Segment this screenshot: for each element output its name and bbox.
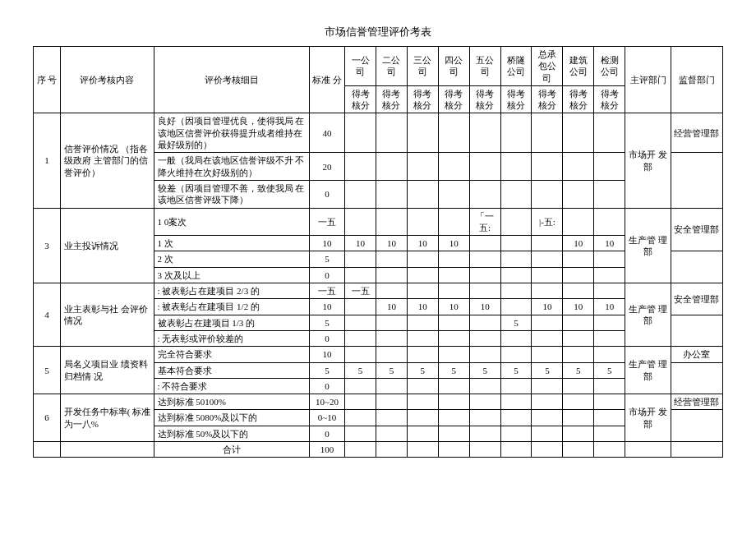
cell-std: 0 bbox=[310, 330, 345, 346]
header-row-1: 序 号 评价考核内容 评价考核细目 标准 分 一公司 二公司 三公司 四公 司 … bbox=[34, 47, 723, 86]
cell-super: 安全管理部 bbox=[671, 208, 722, 251]
cell-val: 一五 bbox=[345, 283, 376, 299]
cell-super: 安全管理部 bbox=[671, 283, 722, 315]
cell-detail: 3 次及以上 bbox=[154, 267, 310, 283]
cell-std: 5 bbox=[310, 362, 345, 378]
cell-std: 5 bbox=[310, 251, 345, 267]
cell-detail: : 不符合要求 bbox=[154, 378, 310, 394]
cell-dept: 生产管 理部 bbox=[625, 347, 671, 394]
cell-super: 办公室 bbox=[671, 347, 722, 362]
cell-val: 5 bbox=[469, 362, 500, 378]
cell-num: 4 bbox=[34, 283, 61, 347]
cell-val: 5 bbox=[532, 362, 563, 378]
cell-val: 10 bbox=[345, 236, 376, 251]
table-row: 6 开发任务中标率( 标准为一八% 达到标准 50100% 10~20 市场开 … bbox=[34, 394, 723, 410]
cell-detail: 较差（因项目管理不善，致使我局 在该地区信誉评级下降） bbox=[154, 180, 310, 208]
h-score: 得考核分 bbox=[438, 85, 469, 113]
cell-val: 10 bbox=[376, 299, 407, 315]
cell-val: 「一五: bbox=[469, 208, 500, 236]
cell-super: 经营管理部 bbox=[671, 113, 722, 153]
cell-val: 10 bbox=[469, 299, 500, 315]
cell-dept: 市场开 发部 bbox=[625, 113, 671, 208]
cell-val: 10 bbox=[407, 299, 438, 315]
cell-std: 一五 bbox=[310, 283, 345, 299]
cell-detail: 达到标准 5080%及以下的 bbox=[154, 410, 310, 426]
h-co-1: 一公司 bbox=[345, 47, 376, 86]
h-co-3: 三公司 bbox=[407, 47, 438, 86]
cell-std: 10 bbox=[310, 347, 345, 362]
cell-std: 0 bbox=[310, 180, 345, 208]
h-detail: 评价考核细目 bbox=[154, 47, 310, 113]
table-row: 4 业主表彰与社 会评价情况 : 被表彰占在建项目 2/3 的 一五 一五 生产… bbox=[34, 283, 723, 299]
table-row: 1 信誉评价情况 （指各级政府 主管部门的信 誉评价） 良好（因项目管理优良，使… bbox=[34, 113, 723, 153]
cell-num: 6 bbox=[34, 394, 61, 442]
cell-num: 5 bbox=[34, 347, 61, 394]
h-score: 得考核分 bbox=[594, 85, 625, 113]
cell-detail: 达到标准 50%及以下的 bbox=[154, 426, 310, 441]
cell-val: 10 bbox=[532, 299, 563, 315]
cell-detail: 基本符合要求 bbox=[154, 362, 310, 378]
cell-detail: 1 次 bbox=[154, 236, 310, 251]
cell-std: 0~10 bbox=[310, 410, 345, 426]
cell-super: 经营管理部 bbox=[671, 394, 722, 410]
cell-detail: : 无表彰或评价较差的 bbox=[154, 330, 310, 346]
h-co-6: 桥隧 公司 bbox=[500, 47, 532, 86]
cell-val: |-五: bbox=[532, 208, 563, 236]
h-score: 得考核分 bbox=[407, 85, 438, 113]
h-score: 得考核分 bbox=[500, 85, 532, 113]
cell-content: 局名义项目业 绩资料归档情 况 bbox=[60, 347, 154, 394]
h-co-8: 建筑公司 bbox=[563, 47, 594, 86]
cell-std: 0 bbox=[310, 426, 345, 441]
cell-detail: 2 次 bbox=[154, 251, 310, 267]
cell-detail: 被表彰占在建项目 1/3 的 bbox=[154, 315, 310, 330]
cell-std: 0 bbox=[310, 378, 345, 394]
cell-num: 1 bbox=[34, 113, 61, 208]
cell-val: 10 bbox=[407, 236, 438, 251]
total-value: 100 bbox=[310, 442, 345, 458]
h-seq: 序 号 bbox=[34, 47, 61, 113]
h-co-5: 五公 司 bbox=[469, 47, 500, 86]
h-super: 监督部门 bbox=[671, 47, 722, 113]
h-co-9: 检测 公司 bbox=[594, 47, 625, 86]
cell-val: 10 bbox=[594, 236, 625, 251]
h-score: 得考核分 bbox=[563, 85, 594, 113]
cell-dept: 生产管 理部 bbox=[625, 283, 671, 347]
cell-std: 5 bbox=[310, 315, 345, 330]
cell-content: 信誉评价情况 （指各级政府 主管部门的信 誉评价） bbox=[60, 113, 154, 208]
page-title: 市场信誉管理评价考表 bbox=[33, 25, 723, 39]
h-dept: 主评部门 bbox=[625, 47, 671, 113]
cell-dept: 生产管 理部 bbox=[625, 208, 671, 283]
cell-val: 5 bbox=[345, 362, 376, 378]
cell-std: 10 bbox=[310, 299, 345, 315]
cell-val: 5 bbox=[563, 362, 594, 378]
table-row: 3 业主投诉情况 1 0案次 一五 「一五: |-五: 生产管 理部 安全管理部 bbox=[34, 208, 723, 236]
cell-num: 3 bbox=[34, 208, 61, 283]
h-co-4: 四公 司 bbox=[438, 47, 469, 86]
h-score: 得考核分 bbox=[532, 85, 563, 113]
h-content: 评价考核内容 bbox=[60, 47, 154, 113]
cell-std: 一五 bbox=[310, 208, 345, 236]
cell-detail: 一般（我局在该地区信誉评级不升 不降火维持在次好级别的） bbox=[154, 153, 310, 181]
cell-std: 40 bbox=[310, 113, 345, 153]
cell-dept: 市场开 发部 bbox=[625, 394, 671, 442]
cell-std: 20 bbox=[310, 153, 345, 181]
cell-detail: 1 0案次 bbox=[154, 208, 310, 236]
cell-std: 0 bbox=[310, 267, 345, 283]
cell-val: 10 bbox=[563, 236, 594, 251]
cell-detail: 达到标准 50100% bbox=[154, 394, 310, 410]
cell-detail: 良好（因项目管理优良，使得我局 在该地区信誉评价获得提升或者维持在最好级别的） bbox=[154, 113, 310, 153]
h-std: 标准 分 bbox=[310, 47, 345, 113]
cell-val: 5 bbox=[438, 362, 469, 378]
cell-content: 业主投诉情况 bbox=[60, 208, 154, 283]
cell-content: 开发任务中标率( 标准为一八% bbox=[60, 394, 154, 442]
cell-content: 业主表彰与社 会评价情况 bbox=[60, 283, 154, 347]
cell-val: 10 bbox=[438, 236, 469, 251]
h-co-7: 总承 包公 司 bbox=[532, 47, 563, 86]
table-row: 5 局名义项目业 绩资料归档情 况 完全符合要求 10 生产管 理部 办公室 bbox=[34, 347, 723, 362]
cell-val: 5 bbox=[594, 362, 625, 378]
cell-val: 10 bbox=[563, 299, 594, 315]
eval-table: 序 号 评价考核内容 评价考核细目 标准 分 一公司 二公司 三公司 四公 司 … bbox=[33, 46, 723, 458]
cell-val: 10 bbox=[594, 299, 625, 315]
cell-val: 10 bbox=[438, 299, 469, 315]
h-score: 得考核分 bbox=[376, 85, 407, 113]
